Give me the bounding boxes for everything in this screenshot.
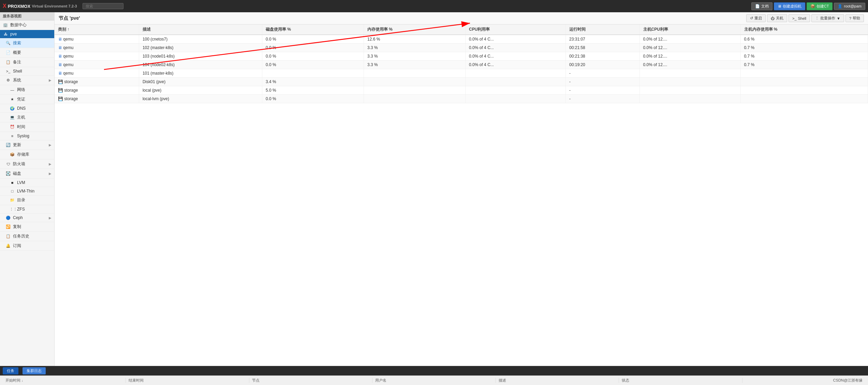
table-row[interactable]: 💾 storage local (pve) 5.0 % -: [55, 86, 868, 95]
create-vm-icon: 🖥: [778, 4, 781, 8]
sidebar: 服务器视图 🏢 数据中心 🖧 pve 🔍 搜索 📄 概要 📋 备注 >_: [0, 12, 55, 366]
cell-desc: 100 (cnetos7): [139, 35, 262, 44]
row-type-icon: 🖥: [58, 54, 62, 59]
sidebar-item-updates[interactable]: 🔄 更新 ▶: [0, 140, 54, 150]
cell-mem: [364, 86, 466, 95]
shell-button[interactable]: >_ Shell: [789, 14, 810, 22]
sidebar-item-storage-repo[interactable]: 📦 存储库: [0, 150, 54, 159]
zfs-icon: ⋮⋮: [10, 207, 15, 212]
disk-expand-icon: ▶: [49, 172, 52, 175]
sidebar-item-dns[interactable]: 🌍 DNS: [0, 104, 54, 113]
table-row[interactable]: 🖥 qemu 100 (cnetos7) 0.0 % 12.6 % 0.0% o…: [55, 35, 868, 44]
col-desc[interactable]: 描述: [139, 25, 262, 35]
sidebar-item-system[interactable]: ⚙ 系统 ▶: [0, 76, 54, 85]
sidebar-item-subscribe[interactable]: 🔔 订阅: [0, 241, 54, 251]
lvm-icon: ■: [10, 181, 15, 185]
content-area: 节点 'pve' ↺ 重启 ⏻ 关机 >_ Shell ⋮ 批量操作 ▼: [55, 12, 868, 366]
col-host-mem[interactable]: 主机内存使用率 %: [740, 25, 868, 35]
batch-ops-button[interactable]: ⋮ 批量操作 ▼: [811, 14, 844, 22]
cell-host-cpu: 0.0% of 12....: [639, 44, 740, 52]
sidebar-item-firewall[interactable]: 🛡 防火墙 ▶: [0, 159, 54, 169]
sidebar-item-replication[interactable]: 🔁 复制: [0, 222, 54, 232]
cell-type: 🖥 qemu: [55, 52, 139, 61]
user-button[interactable]: 👤 root@pam: [834, 3, 865, 10]
sidebar-item-lvm[interactable]: ■ LVM: [0, 179, 54, 187]
statusbar: 开始时间 ↓ 结束时间 节点 用户名 描述 状态 CSDN@江浙有缘: [0, 375, 868, 385]
sidebar-item-syslog[interactable]: ≡ Syslog: [0, 132, 54, 140]
help-button[interactable]: ? 帮助: [845, 14, 864, 22]
cell-type: 🖥 qemu: [55, 44, 139, 52]
storage-repo-icon: 📦: [10, 152, 15, 157]
status-end-time: 结束时间: [126, 378, 249, 383]
cluster-log-button[interactable]: 集群日志: [23, 367, 46, 374]
sidebar-item-pve[interactable]: 🖧 pve: [0, 30, 54, 38]
docs-button[interactable]: 📄 文档: [751, 2, 773, 10]
cell-cpu: [466, 78, 566, 86]
table-header-row: 类别 ↑ 描述 磁盘使用率 % 内存使用率 % CPU利用率 运行时间 主机CP…: [55, 25, 868, 35]
status-start-time: 开始时间 ↓: [3, 378, 126, 383]
table-row[interactable]: 💾 storage local-lvm (pve) 0.0 % -: [55, 95, 868, 103]
table-body: 🖥 qemu 100 (cnetos7) 0.0 % 12.6 % 0.0% o…: [55, 35, 868, 103]
start-time-sort-icon[interactable]: ↓: [21, 379, 23, 382]
create-ct-button[interactable]: 📦 创建CT: [807, 2, 833, 10]
cell-disk: 0.0 %: [262, 44, 364, 52]
sidebar-item-ceph[interactable]: 🔵 Ceph ▶: [0, 214, 54, 222]
shutdown-button[interactable]: ⏻ 关机: [767, 14, 787, 22]
header-search-area: [83, 3, 123, 9]
firewall-expand-icon: ▶: [49, 162, 52, 166]
sidebar-item-datacenter[interactable]: 🏢 数据中心: [0, 20, 54, 30]
sidebar-item-hosts[interactable]: 💻 主机: [0, 113, 54, 122]
cell-desc: local-lvm (pve): [139, 95, 262, 103]
col-type[interactable]: 类别 ↑: [55, 25, 139, 35]
batch-ops-dropdown-icon: ▼: [837, 16, 840, 20]
system-icon: ⚙: [5, 78, 11, 82]
search-input[interactable]: [83, 3, 123, 9]
sidebar-item-disk[interactable]: 💽 磁盘 ▶: [0, 169, 54, 179]
sidebar-section-header: 服务器视图: [0, 12, 54, 20]
sidebar-item-task-history[interactable]: 📋 任务历史: [0, 232, 54, 241]
col-disk[interactable]: 磁盘使用率 %: [262, 25, 364, 35]
cell-mem: [364, 78, 466, 86]
table-row[interactable]: 💾 storage Disk01 (pve) 3.4 % -: [55, 78, 868, 86]
sidebar-item-summary[interactable]: 📄 概要: [0, 48, 54, 58]
table-row[interactable]: 🖥 qemu 101 (master-k8s) -: [55, 69, 868, 78]
time-icon: ⏰: [10, 125, 15, 129]
table-row[interactable]: 🖥 qemu 102 (master-k8s) 0.0 % 3.3 % 0.0%…: [55, 44, 868, 52]
cell-host-mem: [740, 69, 868, 78]
table-row[interactable]: 🖥 qemu 104 (node02-k8s) 0.0 % 3.3 % 0.0%…: [55, 61, 868, 69]
col-mem[interactable]: 内存使用率 %: [364, 25, 466, 35]
cell-disk: 0.0 %: [262, 95, 364, 103]
row-type-icon: 🖥: [58, 45, 62, 50]
sidebar-item-shell[interactable]: >_ Shell: [0, 67, 54, 76]
table-row[interactable]: 🖥 qemu 103 (node01-k8s) 0.0 % 3.3 % 0.0%…: [55, 52, 868, 61]
row-type-icon: 🖥: [58, 62, 62, 67]
sidebar-item-lvm-thin[interactable]: □ LVM-Thin: [0, 187, 54, 196]
cell-host-cpu: 0.0% of 12....: [639, 52, 740, 61]
cell-desc: 104 (node02-k8s): [139, 61, 262, 69]
col-cpu[interactable]: CPU利用率: [466, 25, 566, 35]
create-vm-button[interactable]: 🖥 创建虚拟机: [774, 2, 805, 10]
sidebar-item-zfs[interactable]: ⋮⋮ ZFS: [0, 205, 54, 214]
node-header: 节点 'pve' ↺ 重启 ⏻ 关机 >_ Shell ⋮ 批量操作 ▼: [55, 12, 868, 25]
cell-desc: 102 (master-k8s): [139, 44, 262, 52]
replication-icon: 🔁: [5, 225, 11, 229]
sidebar-item-network[interactable]: — 网络: [0, 85, 54, 95]
col-uptime[interactable]: 运行时间: [566, 25, 639, 35]
col-host-cpu[interactable]: 主机CPU利率: [639, 25, 740, 35]
node-actions: ↺ 重启 ⏻ 关机 >_ Shell ⋮ 批量操作 ▼ ?: [746, 14, 864, 22]
sidebar-item-search[interactable]: 🔍 搜索: [0, 38, 54, 48]
sidebar-item-credentials[interactable]: ★ 凭证: [0, 95, 54, 104]
task-button[interactable]: 任务: [3, 367, 18, 374]
cell-cpu: 0.0% of 4 C...: [466, 44, 566, 52]
status-node: 节点: [249, 378, 372, 383]
sidebar-item-time[interactable]: ⏰ 时间: [0, 122, 54, 132]
updates-icon: 🔄: [5, 143, 11, 147]
app-version: Virtual Environment 7.2-3: [32, 4, 77, 8]
restart-button[interactable]: ↺ 重启: [746, 14, 766, 22]
cell-host-mem: 0.7 %: [740, 44, 868, 52]
directory-icon: 📁: [10, 198, 15, 202]
sidebar-item-backup[interactable]: 📋 备注: [0, 58, 54, 67]
cell-mem: 3.3 %: [364, 52, 466, 61]
sidebar-item-directory[interactable]: 📁 目录: [0, 196, 54, 205]
cell-type: 🖥 qemu: [55, 61, 139, 69]
